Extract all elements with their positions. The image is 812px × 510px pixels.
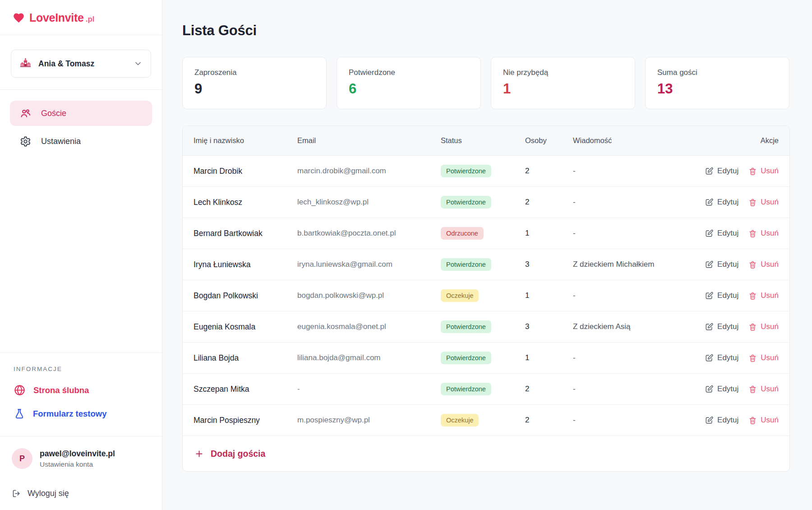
guest-name: Liliana Bojda bbox=[194, 353, 297, 363]
sidebar-item-label: Ustawienia bbox=[41, 137, 81, 146]
edit-icon bbox=[705, 260, 714, 269]
status-badge: Oczekuje bbox=[441, 289, 479, 302]
status-badge: Oczekuje bbox=[441, 414, 479, 427]
guest-message: - bbox=[573, 229, 693, 238]
delete-button[interactable]: Usuń bbox=[748, 260, 779, 269]
stat-label: Zaproszenia bbox=[194, 68, 314, 77]
heart-icon bbox=[13, 12, 25, 24]
guest-message: - bbox=[573, 198, 693, 207]
edit-icon bbox=[705, 229, 714, 238]
edit-button[interactable]: Edytuj bbox=[705, 229, 738, 238]
column-header-wiadomosc: Wiadomość bbox=[573, 136, 693, 145]
logout-icon bbox=[12, 489, 21, 498]
sidebar-item-goscie[interactable]: Goście bbox=[10, 101, 152, 126]
guest-email: iryna.luniewska@gmail.com bbox=[297, 260, 441, 269]
column-header-akcje: Akcje bbox=[693, 136, 779, 145]
account-settings[interactable]: P pawel@loveinvite.pl Ustawienia konta bbox=[12, 448, 150, 469]
edit-button[interactable]: Edytuj bbox=[705, 260, 738, 269]
info-section: INFORMACJE Strona ślubna Formularz testo… bbox=[0, 352, 162, 436]
guest-message: - bbox=[573, 416, 693, 425]
guest-email: - bbox=[297, 385, 441, 394]
stat-value: 13 bbox=[657, 81, 777, 97]
delete-button[interactable]: Usuń bbox=[748, 229, 779, 238]
info-link-label: Strona ślubna bbox=[33, 385, 89, 395]
guest-email: bogdan.polkowski@wp.pl bbox=[297, 291, 441, 300]
sidebar-item-ustawienia[interactable]: Ustawienia bbox=[10, 129, 152, 154]
sidebar: LoveInvite .pl Ania & Tomasz bbox=[0, 0, 162, 510]
logo: LoveInvite .pl bbox=[0, 0, 162, 35]
guest-persons: 1 bbox=[525, 353, 573, 362]
delete-button[interactable]: Usuń bbox=[748, 291, 779, 300]
guest-persons: 2 bbox=[525, 385, 573, 394]
link-formularz-testowy[interactable]: Formularz testowy bbox=[14, 408, 148, 420]
guest-message: - bbox=[573, 385, 693, 394]
table-row: Bogdan Polkowski bogdan.polkowski@wp.pl … bbox=[183, 280, 789, 311]
trash-icon bbox=[748, 260, 757, 269]
stat-card-potwierdzone: Potwierdzone 6 bbox=[337, 57, 481, 109]
status-badge: Potwierdzone bbox=[441, 165, 491, 178]
info-link-label: Formularz testowy bbox=[33, 409, 106, 419]
edit-icon bbox=[705, 416, 714, 425]
status-badge: Potwierdzone bbox=[441, 383, 491, 396]
stat-label: Suma gości bbox=[657, 68, 777, 77]
table-footer: Dodaj gościa bbox=[183, 436, 789, 471]
edit-button[interactable]: Edytuj bbox=[705, 291, 738, 300]
stat-card-suma-gosci: Suma gości 13 bbox=[645, 57, 789, 109]
trash-icon bbox=[748, 323, 757, 331]
guests-icon bbox=[20, 108, 31, 119]
add-guest-button[interactable]: Dodaj gościa bbox=[194, 449, 265, 459]
guest-persons: 2 bbox=[525, 198, 573, 207]
delete-button[interactable]: Usuń bbox=[748, 385, 779, 394]
user-subtitle: Ustawienia konta bbox=[40, 460, 115, 468]
globe-icon bbox=[14, 384, 26, 396]
main-content: Lista Gości Zaproszenia 9 Potwierdzone 6… bbox=[162, 0, 812, 510]
delete-button[interactable]: Usuń bbox=[748, 167, 779, 176]
guest-name: Szczepan Mitka bbox=[194, 385, 297, 394]
stat-value: 6 bbox=[349, 81, 469, 97]
guest-persons: 1 bbox=[525, 229, 573, 238]
guest-message: - bbox=[573, 167, 693, 176]
guest-message: - bbox=[573, 291, 693, 300]
trash-icon bbox=[748, 385, 757, 394]
project-selector[interactable]: Ania & Tomasz bbox=[11, 50, 151, 78]
logo-tld: .pl bbox=[86, 15, 95, 24]
delete-button[interactable]: Usuń bbox=[748, 198, 779, 207]
status-badge: Potwierdzone bbox=[441, 258, 491, 271]
delete-button[interactable]: Usuń bbox=[748, 416, 779, 425]
status-badge: Potwierdzone bbox=[441, 196, 491, 209]
edit-button[interactable]: Edytuj bbox=[705, 385, 738, 394]
plus-icon bbox=[194, 449, 204, 459]
church-icon bbox=[19, 58, 32, 70]
edit-button[interactable]: Edytuj bbox=[705, 322, 738, 331]
guest-message: Z dzieckiem Asią bbox=[573, 322, 693, 331]
column-header-email: Email bbox=[297, 136, 441, 145]
edit-icon bbox=[705, 167, 714, 176]
page-title: Lista Gości bbox=[182, 23, 790, 39]
logout-button[interactable]: Wyloguj się bbox=[12, 489, 150, 498]
link-strona-slubna[interactable]: Strona ślubna bbox=[14, 384, 148, 396]
stat-value: 1 bbox=[503, 81, 623, 97]
trash-icon bbox=[748, 198, 757, 207]
delete-button[interactable]: Usuń bbox=[748, 322, 779, 331]
edit-button[interactable]: Edytuj bbox=[705, 353, 738, 362]
stat-label: Nie przybędą bbox=[503, 68, 623, 77]
guest-name: Bernard Bartkowiak bbox=[194, 229, 297, 238]
project-selector-wrap: Ania & Tomasz bbox=[0, 35, 162, 90]
project-selector-label: Ania & Tomasz bbox=[38, 59, 94, 69]
add-guest-label: Dodaj gościa bbox=[211, 449, 265, 459]
table-row: Iryna Łuniewska iryna.luniewska@gmail.co… bbox=[183, 249, 789, 280]
status-badge: Potwierdzone bbox=[441, 352, 491, 365]
delete-button[interactable]: Usuń bbox=[748, 353, 779, 362]
edit-button[interactable]: Edytuj bbox=[705, 416, 738, 425]
guest-email: b.bartkowiak@poczta.onet.pl bbox=[297, 229, 441, 238]
sidebar-nav: Goście Ustawienia bbox=[0, 90, 162, 154]
edit-button[interactable]: Edytuj bbox=[705, 198, 738, 207]
guest-name: Bogdan Polkowski bbox=[194, 291, 297, 301]
table-row: Liliana Bojda liliana.bojda@gmail.com Po… bbox=[183, 343, 789, 374]
flask-icon bbox=[14, 408, 25, 420]
trash-icon bbox=[748, 167, 757, 176]
table-body: Marcin Drobik marcin.drobik@gmail.com Po… bbox=[183, 156, 789, 436]
guest-email: marcin.drobik@gmail.com bbox=[297, 167, 441, 176]
guest-message: Z dzieckiem Michałkiem bbox=[573, 260, 693, 269]
edit-button[interactable]: Edytuj bbox=[705, 167, 738, 176]
